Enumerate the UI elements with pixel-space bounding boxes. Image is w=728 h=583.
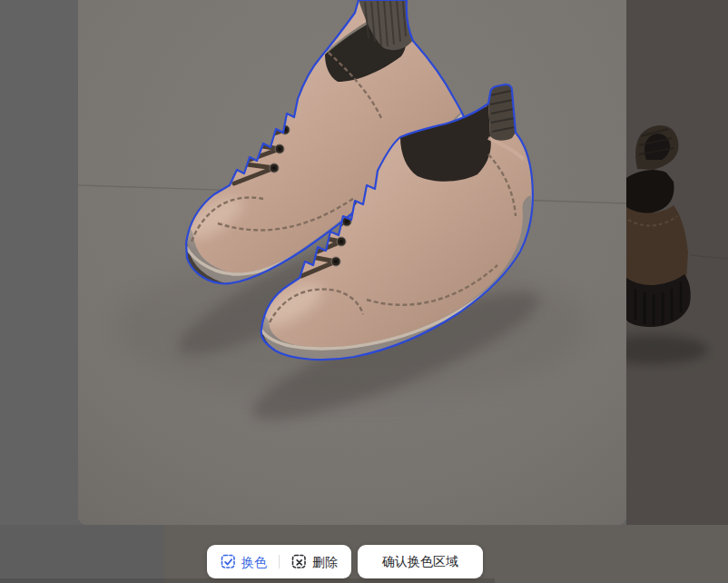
delete-button[interactable]: 删除 <box>291 554 338 569</box>
product-photo-shoes <box>78 0 626 525</box>
change-color-button[interactable]: 换色 <box>221 554 267 569</box>
delete-label: 删除 <box>312 556 338 568</box>
editing-image-canvas[interactable] <box>78 0 626 525</box>
editor-screen: 换色 删除 确认换色区域 <box>0 0 728 583</box>
change-color-label: 换色 <box>241 556 267 568</box>
selection-toolbar: 换色 删除 确认换色区域 <box>207 545 483 578</box>
selection-mode-group: 换色 删除 <box>207 545 351 578</box>
dim-overlay <box>626 0 728 525</box>
adjacent-product-photo <box>626 0 728 525</box>
confirm-region-label: 确认换色区域 <box>382 554 458 568</box>
confirm-region-button[interactable]: 确认换色区域 <box>358 545 483 578</box>
toolbar-divider <box>279 555 280 568</box>
marquee-x-icon <box>291 554 307 569</box>
dimmed-backdrop-left <box>0 525 163 583</box>
next-image-preview[interactable] <box>626 0 728 525</box>
marquee-check-icon <box>221 554 236 569</box>
window-bottom-edge <box>0 578 495 583</box>
